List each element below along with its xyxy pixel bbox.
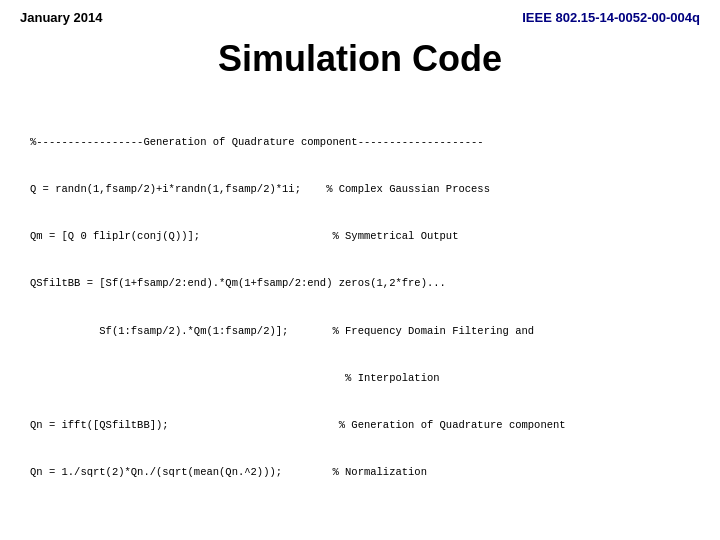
code-line-1: %-----------------Generation of Quadratu…: [30, 135, 690, 151]
page-title: Simulation Code: [20, 38, 700, 80]
title-section: Simulation Code: [0, 30, 720, 98]
code-line-6: % Interpolation: [30, 371, 690, 387]
code-line-5: Sf(1:fsamp/2).*Qm(1:fsamp/2)]; % Frequen…: [30, 324, 690, 340]
slide: January 2014 IEEE 802.15-14-0052-00-004q…: [0, 0, 720, 540]
code-line-3: Qm = [Q 0 fliplr(conj(Q))]; % Symmetrica…: [30, 229, 690, 245]
code-line-4: QSfiltBB = [Sf(1+fsamp/2:end).*Qm(1+fsam…: [30, 276, 690, 292]
header-doc-id: IEEE 802.15-14-0052-00-004q: [522, 10, 700, 25]
code-block: %-----------------Generation of Quadratu…: [30, 103, 690, 540]
code-line-7: Qn = ifft([QSfiltBB]); % Generation of Q…: [30, 418, 690, 434]
header: January 2014 IEEE 802.15-14-0052-00-004q: [0, 0, 720, 30]
code-content: %-----------------Generation of Quadratu…: [0, 98, 720, 540]
code-line-2: Q = randn(1,fsamp/2)+i*randn(1,fsamp/2)*…: [30, 182, 690, 198]
code-line-8: Qn = 1./sqrt(2)*Qn./(sqrt(mean(Qn.^2)));…: [30, 465, 690, 481]
header-date: January 2014: [20, 10, 102, 25]
